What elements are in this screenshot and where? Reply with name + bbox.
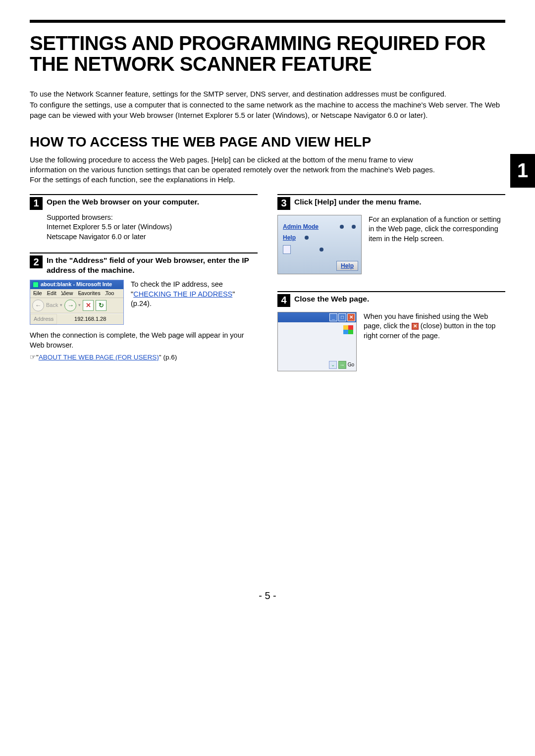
- section-heading: HOW TO ACCESS THE WEB PAGE AND VIEW HELP: [30, 134, 505, 150]
- ie-menu-view[interactable]: View: [61, 291, 73, 296]
- page-icon: [283, 245, 291, 254]
- step-2: 2 In the "Address" field of your Web bro…: [30, 252, 258, 361]
- page-title: SETTINGS AND PROGRAMMING REQUIRED FOR TH…: [30, 33, 505, 74]
- figure-close-window: _ □ ✕ ⌄ → Go: [277, 312, 357, 371]
- ie-menu-tools[interactable]: Too: [106, 291, 114, 296]
- dot-icon: [305, 236, 309, 240]
- chapter-tab: 1: [510, 154, 535, 188]
- step-number: 4: [277, 294, 290, 307]
- address-label: Address: [30, 314, 57, 324]
- forward-button[interactable]: →: [64, 300, 76, 311]
- step-3: 3 Click [Help] under the menu frame. Adm…: [277, 194, 505, 274]
- fwd-chevron-icon[interactable]: ▾: [78, 303, 81, 307]
- dot-icon: [340, 225, 344, 229]
- step1-line3: Netscape Navigator 6.0 or later: [47, 232, 258, 242]
- step1-line2: Internet Explorer 5.5 or later (Windows): [47, 222, 258, 232]
- windows-flag-icon: [343, 325, 353, 334]
- ie-toolbar: ← Back ▾ → ▾ ✕ ↻: [30, 298, 123, 313]
- window-titlebar: _ □ ✕: [278, 312, 356, 322]
- help-button[interactable]: Help: [336, 261, 358, 271]
- dot-icon: [320, 248, 323, 252]
- right-column: 3 Click [Help] under the menu frame. Adm…: [277, 194, 505, 382]
- ie-titlebar: about:blank - Microsoft Inte: [30, 280, 123, 289]
- ie-menu-file[interactable]: File: [33, 291, 42, 296]
- address-value[interactable]: 192.168.1.28: [57, 314, 123, 324]
- refresh-button[interactable]: ↻: [96, 300, 107, 311]
- link-help-menu[interactable]: Help: [283, 234, 296, 241]
- intro-p2: To configure the settings, use a compute…: [30, 100, 505, 120]
- ie-menubar: File Edit View Favorites Too: [30, 289, 123, 298]
- ie-menu-edit[interactable]: Edit: [47, 291, 56, 296]
- dot-icon: [352, 225, 356, 229]
- step-1: 1 Open the Web browser on your computer.…: [30, 194, 258, 242]
- figure-help-panel: Admin Mode Help Help: [277, 215, 362, 274]
- step-number: 2: [30, 255, 43, 268]
- ref-suffix: " (p.6): [159, 353, 177, 361]
- step1-line1: Supported browsers:: [47, 213, 258, 223]
- ie-icon: [33, 282, 39, 288]
- maximize-button[interactable]: □: [338, 313, 346, 321]
- back-chevron-icon[interactable]: ▾: [60, 303, 62, 307]
- intro-block: To use the Network Scanner feature, sett…: [30, 89, 505, 120]
- step3-side-text: For an explanation of a function or sett…: [369, 215, 505, 274]
- go-button[interactable]: →: [338, 361, 346, 369]
- step2-after: When the connection is complete, the Web…: [30, 331, 258, 350]
- step-4: 4 Close the Web page. _ □ ✕ ⌄ → Go: [277, 291, 505, 371]
- top-rule: [30, 20, 505, 23]
- intro-p1: To use the Network Scanner feature, sett…: [30, 89, 505, 99]
- section-intro: Use the following procedure to access th…: [30, 155, 505, 185]
- left-column: 1 Open the Web browser on your computer.…: [30, 194, 258, 382]
- link-about-webpage[interactable]: ABOUT THE WEB PAGE (FOR USERS): [39, 353, 159, 361]
- dropdown-icon[interactable]: ⌄: [329, 361, 337, 369]
- link-admin-mode[interactable]: Admin Mode: [283, 223, 319, 230]
- step-number: 3: [277, 197, 290, 210]
- figure-ie-window: about:blank - Microsoft Inte File Edit V…: [30, 280, 124, 325]
- back-button[interactable]: ←: [32, 300, 44, 311]
- back-label: Back: [46, 302, 58, 308]
- step2-reference: ☞"ABOUT THE WEB PAGE (FOR USERS)" (p.6): [30, 353, 258, 361]
- step-number: 1: [30, 197, 43, 210]
- help-button-label: Help: [341, 262, 354, 269]
- close-button[interactable]: ✕: [347, 313, 355, 321]
- step-title: Close the Web page.: [294, 294, 369, 303]
- link-check-ip[interactable]: CHECKING THE IP ADDRESS: [133, 290, 232, 298]
- step-title: Click [Help] under the menu frame.: [294, 197, 422, 206]
- ie-title-text: about:blank - Microsoft Inte: [41, 282, 112, 287]
- step2-side-text: To check the IP address, see "CHECKING T…: [131, 280, 258, 325]
- page-number: - 5 -: [30, 590, 505, 602]
- close-icon: ✕: [412, 323, 419, 330]
- stop-button[interactable]: ✕: [83, 300, 94, 311]
- step-title: In the "Address" field of your Web brows…: [47, 255, 258, 275]
- go-label: Go: [348, 362, 354, 367]
- step-title: Open the Web browser on your computer.: [47, 197, 199, 206]
- step4-side-text: When you have finished using the Web pag…: [364, 312, 505, 371]
- ie-menu-favorites[interactable]: Favorites: [78, 291, 100, 296]
- minimize-button[interactable]: _: [329, 313, 337, 321]
